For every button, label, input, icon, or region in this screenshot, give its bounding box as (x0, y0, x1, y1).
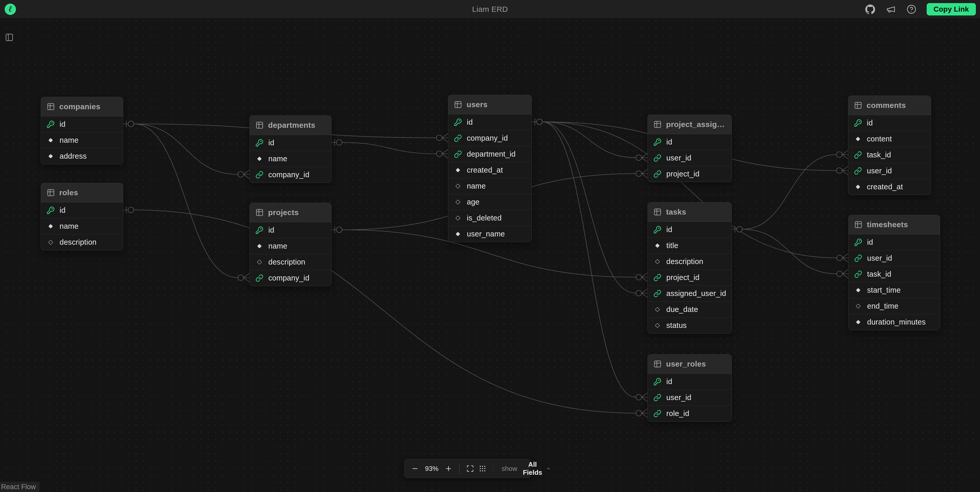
column-row-timesheets-end_time[interactable]: end_time (848, 298, 940, 314)
table-projects[interactable]: projects id name description company_id (250, 203, 331, 286)
fields-filter-select[interactable]: All Fields (522, 460, 551, 476)
table-header-departments[interactable]: departments (250, 116, 331, 135)
announcements-button[interactable] (885, 4, 896, 15)
column-name: user_name (467, 230, 505, 238)
column-row-users-is_deleted[interactable]: is_deleted (448, 210, 531, 226)
filled-diamond-icon (454, 230, 462, 238)
table-header-user_roles[interactable]: user_roles (648, 354, 732, 373)
column-row-users-created_at[interactable]: created_at (448, 162, 531, 178)
column-row-project_assignments-id[interactable]: id (648, 134, 732, 150)
table-timesheets[interactable]: timesheets id user_id task_id start_time… (848, 215, 940, 330)
column-name: name (268, 154, 287, 163)
table-header-timesheets[interactable]: timesheets (848, 215, 940, 234)
column-row-users-age[interactable]: age (448, 194, 531, 210)
primary-key-icon (654, 138, 662, 146)
react-flow-attribution[interactable]: React Flow (0, 482, 40, 492)
column-row-tasks-due_date[interactable]: due_date (648, 302, 732, 317)
liam-logo-glyph: ℓ (8, 4, 12, 14)
zoom-out-button[interactable] (411, 465, 419, 473)
column-row-departments-company_id[interactable]: company_id (250, 167, 331, 183)
column-row-comments-content[interactable]: content (848, 131, 931, 147)
column-row-user_roles-id[interactable]: id (648, 373, 732, 389)
table-header-project_assignments[interactable]: project_assignments (648, 115, 732, 134)
column-row-user_roles-user_id[interactable]: user_id (648, 389, 732, 405)
table-header-projects[interactable]: projects (250, 203, 331, 222)
column-row-user_roles-role_id[interactable]: role_id (648, 405, 732, 421)
foreign-key-link-icon (454, 134, 462, 142)
column-row-projects-id[interactable]: id (250, 222, 331, 238)
column-row-comments-user_id[interactable]: user_id (848, 163, 931, 179)
column-row-comments-id[interactable]: id (848, 115, 931, 131)
column-row-tasks-id[interactable]: id (648, 222, 732, 238)
table-companies[interactable]: companies id name address (41, 97, 123, 164)
foreign-key-link-icon (654, 170, 662, 178)
chevron-down-icon (546, 465, 551, 472)
liam-erd-app: companies id name address roles id name … (0, 0, 980, 492)
column-name: task_id (867, 270, 891, 278)
column-name: user_id (867, 167, 892, 175)
column-row-timesheets-start_time[interactable]: start_time (848, 282, 940, 298)
table-header-companies[interactable]: companies (41, 97, 123, 116)
column-row-tasks-title[interactable]: title (648, 238, 732, 254)
column-row-departments-name[interactable]: name (250, 151, 331, 167)
app-title: Liam ERD (472, 5, 508, 14)
column-row-users-id[interactable]: id (448, 114, 531, 130)
table-header-comments[interactable]: comments (848, 96, 931, 115)
column-row-departments-id[interactable]: id (250, 135, 331, 151)
column-row-projects-description[interactable]: description (250, 254, 331, 270)
fit-view-button[interactable] (466, 465, 474, 473)
outline-diamond-icon (454, 198, 462, 206)
sidebar-toggle-button[interactable] (3, 32, 15, 43)
tidy-up-button[interactable] (479, 465, 487, 473)
column-row-companies-name[interactable]: name (41, 132, 123, 148)
column-name: status (666, 321, 687, 330)
table-project_assignments[interactable]: project_assignments id user_id project_i… (648, 114, 732, 182)
column-row-timesheets-task_id[interactable]: task_id (848, 266, 940, 282)
github-button[interactable] (865, 4, 876, 15)
column-row-users-company_id[interactable]: company_id (448, 130, 531, 146)
table-user_roles[interactable]: user_roles id user_id role_id (648, 354, 732, 422)
table-comments[interactable]: comments id content task_id user_id crea… (848, 95, 931, 195)
column-row-companies-address[interactable]: address (41, 148, 123, 164)
primary-key-icon (255, 139, 263, 147)
column-name: id (666, 138, 672, 146)
table-roles[interactable]: roles id name description (41, 183, 123, 251)
copy-link-button[interactable]: Copy Link (927, 3, 976, 16)
column-row-tasks-assigned_user_id[interactable]: assigned_user_id (648, 286, 732, 302)
table-icon (654, 120, 662, 129)
column-row-tasks-status[interactable]: status (648, 317, 732, 333)
table-tasks[interactable]: tasks id title description project_id as… (648, 202, 732, 333)
table-users[interactable]: users id company_id department_id create… (448, 95, 532, 242)
column-row-roles-name[interactable]: name (41, 218, 123, 234)
column-name: department_id (467, 150, 515, 159)
column-row-timesheets-user_id[interactable]: user_id (848, 250, 940, 266)
column-row-timesheets-id[interactable]: id (848, 234, 940, 250)
column-row-tasks-project_id[interactable]: project_id (648, 270, 732, 286)
column-row-timesheets-duration_minutes[interactable]: duration_minutes (848, 314, 940, 330)
column-row-companies-id[interactable]: id (41, 116, 123, 132)
table-header-users[interactable]: users (448, 95, 531, 114)
table-departments[interactable]: departments id name company_id (250, 116, 331, 183)
column-row-project_assignments-user_id[interactable]: user_id (648, 150, 732, 166)
column-row-users-user_name[interactable]: user_name (448, 226, 531, 242)
table-header-tasks[interactable]: tasks (648, 203, 732, 222)
liam-logo[interactable]: ℓ (5, 3, 16, 15)
column-name: id (867, 238, 873, 246)
column-name: company_id (268, 274, 309, 283)
column-row-comments-created_at[interactable]: created_at (848, 179, 931, 195)
help-button[interactable] (906, 4, 917, 15)
erd-canvas[interactable]: companies id name address roles id name … (0, 0, 980, 492)
fields-filter-value: All Fields (522, 460, 543, 476)
column-name: id (467, 118, 473, 127)
column-row-roles-id[interactable]: id (41, 202, 123, 218)
column-row-tasks-description[interactable]: description (648, 254, 732, 270)
column-row-users-department_id[interactable]: department_id (448, 146, 531, 162)
column-row-roles-description[interactable]: description (41, 234, 123, 250)
table-header-roles[interactable]: roles (41, 183, 123, 202)
column-row-projects-name[interactable]: name (250, 238, 331, 254)
zoom-in-button[interactable] (445, 465, 452, 473)
column-row-comments-task_id[interactable]: task_id (848, 147, 931, 163)
column-row-projects-company_id[interactable]: company_id (250, 270, 331, 286)
column-row-project_assignments-project_id[interactable]: project_id (648, 166, 732, 182)
column-row-users-name[interactable]: name (448, 178, 531, 194)
